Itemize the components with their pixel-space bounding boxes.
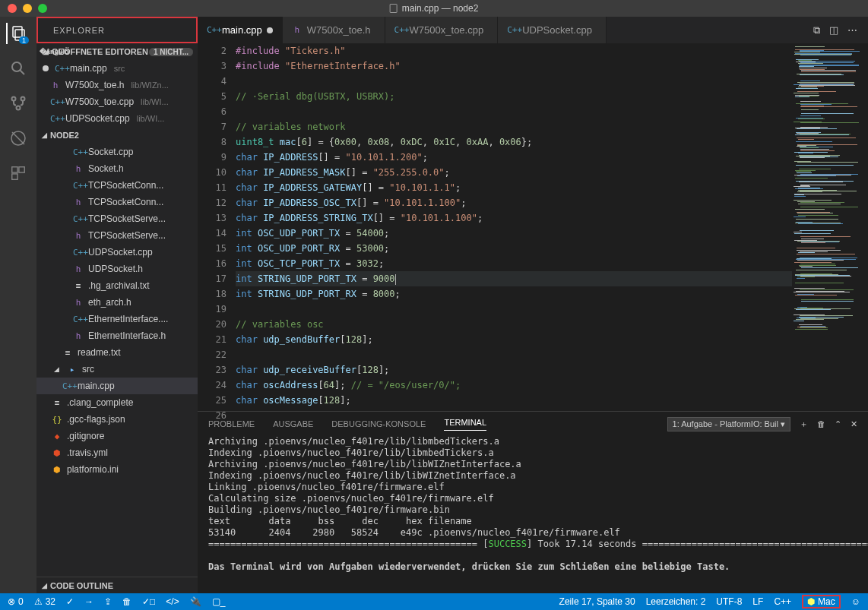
yml-icon: ⬢	[52, 448, 62, 458]
cpp-icon: C++	[73, 314, 84, 324]
file-name: .travis.yml	[67, 447, 108, 458]
status-feedback-icon[interactable]: ☺	[851, 596, 860, 607]
git-icon: ◆	[52, 431, 62, 441]
status-encoding[interactable]: UTF-8	[716, 596, 742, 607]
maximize-panel-icon[interactable]: ⌃	[835, 419, 841, 429]
new-terminal-icon[interactable]: ＋	[800, 419, 808, 430]
window-zoom-button[interactable]	[38, 4, 47, 13]
editor-tab[interactable]: C++UDPSocket.cpp	[498, 17, 607, 43]
unsaved-badge: 1 NICHT...	[149, 48, 193, 56]
file-tree-item[interactable]: C++ TCPSocketConn...	[36, 177, 198, 194]
status-plug-icon[interactable]: 🔌	[190, 596, 201, 607]
file-name: src	[82, 364, 94, 375]
file-tree-item[interactable]: C++ Socket.cpp	[36, 144, 198, 160]
status-warnings[interactable]: ⚠32	[34, 596, 55, 607]
tab-label: W7500x_toe.cpp	[410, 24, 484, 36]
status-run-icon[interactable]: →	[84, 596, 93, 607]
file-tree-item[interactable]: h UDPSocket.h	[36, 261, 198, 277]
file-tree-item[interactable]: C++ main.cpp	[36, 378, 198, 394]
file-path: src	[114, 64, 125, 73]
file-name: .gcc-flags.json	[67, 414, 125, 425]
panel-tab-ausgabe[interactable]: AUSGABE	[273, 419, 313, 428]
status-upload-icon[interactable]: ⇪	[104, 596, 112, 607]
file-tree-item[interactable]: ⬢ platformio.ini	[36, 461, 198, 478]
editor-tab[interactable]: C++main.cpp	[198, 17, 283, 43]
status-serial-icon[interactable]: </>	[166, 596, 179, 607]
terminal-selector[interactable]: 1: Aufgabe - PlatformIO: Buil ▾	[667, 417, 790, 431]
file-tree-item[interactable]: ◆ .gitignore	[36, 428, 198, 444]
project-header[interactable]: ◢ NODE2	[36, 127, 198, 144]
open-editors-header[interactable]: �ângulo ◢ GEÖFFNETE EDITOREN 1 NICHT...	[36, 43, 198, 60]
debug-icon[interactable]	[8, 128, 29, 149]
status-term-icon[interactable]: ▢_	[212, 596, 226, 607]
modified-dot-icon	[43, 65, 49, 71]
file-tree-item[interactable]: ≡ .clang_complete	[36, 394, 198, 411]
editor-tabs: C++main.cpphW7500x_toe.hC++W7500x_toe.cp…	[198, 17, 868, 43]
open-editor-item[interactable]: h W7500x_toe.h lib/WIZn...	[36, 77, 198, 93]
cpp-icon: C++	[73, 214, 84, 224]
status-position[interactable]: Zeile 17, Spalte 30	[559, 596, 635, 607]
status-errors[interactable]: ⊗0	[8, 596, 24, 607]
file-tree-item[interactable]: C++ TCPSocketServe...	[36, 210, 198, 227]
cpp-icon: C++	[207, 25, 217, 35]
cpp-icon: C++	[394, 25, 405, 35]
file-tree-item[interactable]: ◢▸ src	[36, 361, 198, 378]
status-eol[interactable]: LF	[752, 596, 763, 607]
file-tree-item[interactable]: h TCPSocketServe...	[36, 227, 198, 244]
file-name: EthernetInterface.h	[88, 330, 166, 341]
status-language[interactable]: C++	[774, 596, 791, 607]
status-check-icon[interactable]: ✓	[66, 596, 74, 607]
file-tree-item[interactable]: {} .gcc-flags.json	[36, 411, 198, 428]
file-tree-item[interactable]: ≡ .hg_archival.txt	[36, 277, 198, 294]
line-gutter: 2345678910111213141516171819202122232425…	[198, 43, 236, 411]
status-clean-icon[interactable]: 🗑	[122, 596, 131, 607]
file-tree-item[interactable]: h Socket.h	[36, 160, 198, 177]
window-close-button[interactable]	[8, 4, 17, 13]
file-name: TCPSocketConn...	[88, 197, 163, 207]
cpp-icon: C++	[73, 147, 84, 157]
code-outline-header[interactable]: ◢ CODE OUTLINE	[36, 577, 198, 593]
split-editor-icon[interactable]: ◫	[829, 24, 838, 36]
file-tree-item[interactable]: C++ UDPSocket.cpp	[36, 244, 198, 261]
minimap[interactable]	[792, 43, 868, 411]
code-editor[interactable]: #include "Tickers.h"#include "EthernetIn…	[236, 43, 792, 411]
open-editor-item[interactable]: C++ main.cpp src	[36, 60, 198, 77]
extensions-icon[interactable]	[8, 163, 29, 184]
file-tree-item[interactable]: C++ EthernetInterface....	[36, 311, 198, 327]
file-path: lib/WIZn...	[131, 81, 169, 90]
explorer-header: EXPLORER	[36, 17, 198, 43]
status-mac-badge[interactable]: ⬢Mac	[802, 595, 841, 608]
panel-tab-debug[interactable]: DEBUGGING-KONSOLE	[331, 419, 426, 428]
file-tree-item[interactable]: ≡ readme.txt	[36, 344, 198, 361]
h-icon: h	[50, 81, 61, 90]
modified-dot-icon	[267, 27, 273, 33]
scm-icon[interactable]	[8, 93, 29, 114]
kill-terminal-icon[interactable]: 🗑	[817, 419, 825, 428]
status-spaces[interactable]: Leerzeichen: 2	[646, 596, 706, 607]
window-minimize-button[interactable]	[23, 4, 32, 13]
more-icon[interactable]: ⋯	[847, 24, 857, 36]
file-tree-item[interactable]: ⬢ .travis.yml	[36, 444, 198, 461]
h-icon: h	[73, 231, 84, 241]
terminal-output[interactable]: Archiving .pioenvs/nucleo_f401re/lib/lib…	[198, 436, 868, 593]
folder-icon: ▸	[67, 365, 78, 375]
file-tree-item[interactable]: h EthernetInterface.h	[36, 327, 198, 344]
editor-tab[interactable]: C++W7500x_toe.cpp	[385, 17, 499, 43]
explorer-icon[interactable]: 1	[6, 23, 29, 44]
cpp-icon: C++	[62, 381, 73, 391]
file-tree-item[interactable]: h TCPSocketConn...	[36, 194, 198, 210]
cpp-icon: C++	[507, 25, 518, 35]
json-icon: {}	[52, 415, 62, 425]
editor-tab[interactable]: hW7500x_toe.h	[283, 17, 385, 43]
open-editor-item[interactable]: C++ W7500x_toe.cpp lib/WI...	[36, 93, 198, 110]
statusbar: ⊗0 ⚠32 ✓ → ⇪ 🗑 ✓□ </> 🔌 ▢_ Zeile 17, Spa…	[0, 593, 868, 610]
panel-tab-terminal[interactable]: TERMINAL	[444, 418, 486, 431]
close-panel-icon[interactable]: ✕	[851, 419, 857, 429]
open-editor-item[interactable]: C++ UDPSocket.cpp lib/WI...	[36, 110, 198, 127]
cpp-icon: C++	[50, 97, 61, 107]
search-icon[interactable]	[8, 58, 29, 79]
file-tree-item[interactable]: h eth_arch.h	[36, 294, 198, 311]
status-test-icon[interactable]: ✓□	[142, 596, 155, 607]
svg-line-3	[21, 71, 25, 75]
compare-icon[interactable]: ⧉	[813, 24, 820, 36]
